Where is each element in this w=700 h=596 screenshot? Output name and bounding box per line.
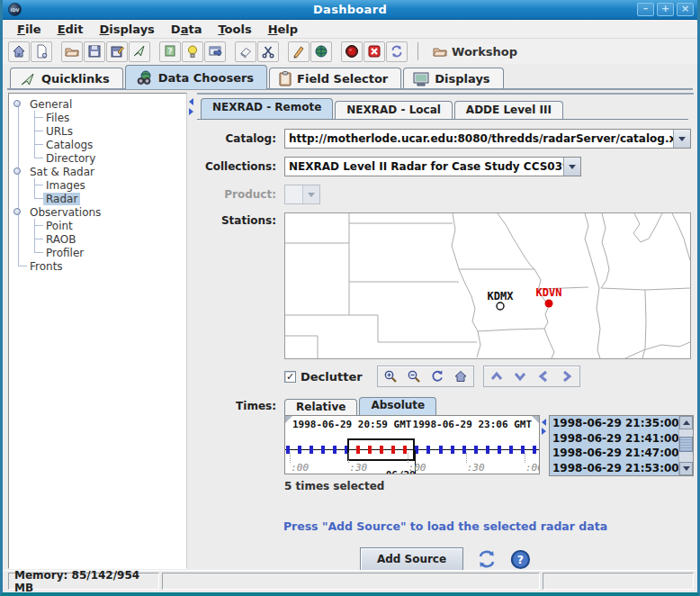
scroll-up-icon[interactable] — [679, 416, 693, 429]
declutter-checkbox[interactable]: ✓ — [284, 371, 296, 383]
tree-item-label[interactable]: URLs — [43, 125, 76, 138]
tree-item-label[interactable]: Files — [43, 112, 72, 124]
menu-tools[interactable]: Tools — [211, 22, 258, 37]
cut-button[interactable] — [257, 41, 279, 62]
times-scrollbar[interactable] — [678, 416, 693, 475]
time-list-item[interactable]: 1998-06-29 21:41:00Z — [550, 431, 678, 447]
record-button[interactable] — [341, 41, 363, 62]
maximize-button[interactable]: + — [657, 3, 674, 16]
chevron-down-icon[interactable] — [673, 130, 690, 148]
tree-item-label[interactable]: Fronts — [27, 260, 66, 273]
tab-nexrad-remote[interactable]: NEXRAD - Remote — [201, 98, 333, 119]
tab-field-selector[interactable]: Field Selector — [269, 68, 401, 89]
catalog-value[interactable]: http://motherlode.ucar.edu:8080/thredds/… — [285, 130, 673, 148]
tab-data-choosers[interactable]: Data Choosers — [125, 65, 267, 89]
catalog-combobox[interactable]: http://motherlode.ucar.edu:8080/thredds/… — [284, 129, 691, 149]
tree-item-profiler[interactable]: Profiler — [11, 246, 184, 259]
remove-button[interactable] — [363, 41, 385, 62]
minimize-button[interactable]: – — [637, 3, 654, 16]
home-view-button[interactable] — [449, 367, 472, 385]
station-kdmx-marker[interactable] — [497, 303, 504, 310]
tree-item-observations[interactable]: Observations — [11, 205, 184, 219]
pan-up-button[interactable] — [485, 367, 508, 385]
tree-item-label[interactable]: Catalogs — [43, 139, 95, 151]
tree-splitter[interactable] — [187, 93, 197, 569]
tree-item-label[interactable]: Sat & Radar — [27, 166, 97, 178]
tab-adde-level-iii[interactable]: ADDE Level III — [454, 101, 563, 119]
tree-item-point[interactable]: Point — [11, 219, 184, 232]
tree-item-label[interactable]: RAOB — [43, 233, 79, 246]
zoom-out-button[interactable] — [402, 367, 426, 385]
tips-button[interactable] — [182, 41, 203, 62]
timeline-selection-box[interactable] — [347, 438, 415, 461]
timeline-tick[interactable] — [426, 446, 430, 454]
time-list-item[interactable]: 1998-06-29 21:53:00Z — [550, 461, 678, 476]
save-bundle-button[interactable] — [84, 41, 105, 62]
collections-combobox[interactable]: NEXRAD Level II Radar for Case Study CCS… — [284, 157, 581, 176]
scroll-down-icon[interactable] — [679, 462, 693, 475]
time-list-item[interactable]: 1998-06-29 21:35:00Z — [550, 416, 678, 431]
scroll-right-fold-icon[interactable] — [532, 416, 539, 423]
new-bundle-button[interactable] — [31, 41, 52, 62]
draw-button[interactable] — [288, 41, 310, 62]
tree-item-urls[interactable]: URLs — [11, 124, 184, 138]
menu-edit[interactable]: Edit — [50, 22, 91, 37]
tab-absolute[interactable]: Absolute — [359, 397, 436, 415]
tab-nexrad-local[interactable]: NEXRAD - Local — [335, 101, 453, 119]
timeline-tick[interactable] — [533, 446, 536, 454]
tree-expand-handle[interactable] — [13, 167, 21, 175]
pan-left-button[interactable] — [532, 367, 555, 385]
station-kdmx-label[interactable]: KDMX — [488, 290, 515, 303]
tree-item-fronts[interactable]: Fronts — [11, 259, 184, 273]
open-bundle-button[interactable] — [61, 41, 83, 62]
save-as-button[interactable] — [106, 41, 128, 62]
tree-item-label[interactable]: Radar — [43, 193, 80, 205]
station-kdvn-marker[interactable] — [545, 300, 553, 308]
help-button[interactable]: ? — [510, 549, 531, 570]
tree-item-catalogs[interactable]: Catalogs — [11, 138, 184, 151]
timeline-tick[interactable] — [474, 446, 478, 454]
collapse-left-icon[interactable] — [189, 98, 193, 105]
scroll-thumb[interactable] — [679, 437, 693, 452]
timeline-tick[interactable] — [333, 446, 337, 454]
timeline-tick[interactable] — [451, 446, 454, 454]
collapse-left-icon[interactable] — [542, 419, 546, 426]
add-source-button[interactable]: Add Source — [360, 547, 463, 571]
tree-expand-handle[interactable] — [13, 208, 21, 215]
tree-item-files[interactable]: Files — [11, 111, 184, 124]
dashboard-button[interactable]: ? — [159, 41, 181, 62]
tab-relative[interactable]: Relative — [284, 399, 357, 415]
expand-right-icon[interactable] — [542, 428, 546, 435]
tree-item-label[interactable]: Profiler — [43, 247, 86, 259]
menu-data[interactable]: Data — [164, 22, 210, 37]
refresh-button[interactable] — [476, 549, 498, 569]
tree-item-images[interactable]: Images — [11, 178, 184, 192]
tree-item-sat-radar[interactable]: Sat & Radar — [11, 165, 184, 178]
scroll-left-fold-icon[interactable] — [285, 416, 292, 423]
station-kdvn-label[interactable]: KDVN — [536, 286, 562, 299]
pan-down-button[interactable] — [508, 367, 532, 385]
tree-item-radar[interactable]: Radar — [11, 192, 184, 205]
tree-item-label[interactable]: Directory — [43, 152, 98, 165]
menu-displays[interactable]: Displays — [93, 22, 162, 37]
tree-item-directory[interactable]: Directory — [11, 151, 184, 165]
close-button[interactable]: × — [677, 3, 694, 16]
export-button[interactable] — [129, 41, 150, 62]
zoom-in-button[interactable] — [379, 367, 402, 385]
menu-help[interactable]: Help — [261, 22, 305, 37]
timeline-tick[interactable] — [415, 446, 418, 454]
tree-item-label[interactable]: Images — [43, 179, 88, 192]
timeline-tick[interactable] — [498, 446, 501, 454]
reload-button[interactable] — [386, 41, 408, 62]
timeline-tick[interactable] — [298, 446, 301, 454]
timeline[interactable]: 1998-06-29 20:59 GMT 1998-06-29 23:06 GM… — [284, 415, 540, 474]
chevron-down-icon[interactable] — [563, 158, 580, 176]
reset-view-button[interactable] — [426, 367, 449, 385]
title-bar[interactable]: Dashboard IDV – + × — [3, 0, 697, 20]
tree-item-raob[interactable]: RAOB — [11, 232, 184, 246]
tree-item-general[interactable]: General — [11, 97, 184, 111]
time-list-item[interactable]: 1998-06-29 21:47:00Z — [550, 446, 678, 461]
tab-quicklinks[interactable]: Quicklinks — [10, 68, 123, 89]
collections-value[interactable]: NEXRAD Level II Radar for Case Study CCS… — [285, 158, 563, 176]
tree-item-label[interactable]: Point — [43, 220, 76, 232]
